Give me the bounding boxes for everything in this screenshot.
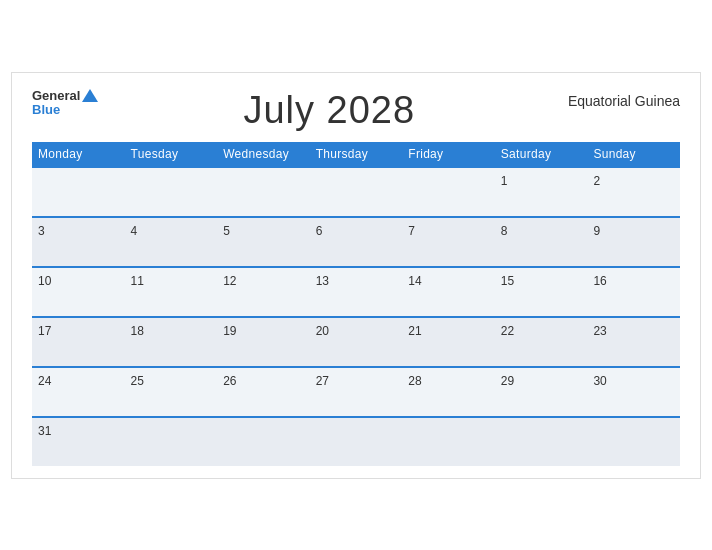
calendar-day-cell: 10 [32, 267, 125, 317]
header-thursday: Thursday [310, 142, 403, 167]
calendar-week-row: 10111213141516 [32, 267, 680, 317]
calendar-day-cell: 16 [587, 267, 680, 317]
calendar-day-cell: 18 [125, 317, 218, 367]
logo-blue-text: Blue [32, 103, 60, 117]
calendar-day-cell [217, 167, 310, 217]
calendar-day-cell: 27 [310, 367, 403, 417]
calendar-day-cell: 20 [310, 317, 403, 367]
calendar-day-cell [310, 417, 403, 466]
calendar-day-cell [402, 417, 495, 466]
calendar-day-cell: 12 [217, 267, 310, 317]
calendar-day-cell: 6 [310, 217, 403, 267]
calendar-day-cell [32, 167, 125, 217]
calendar-day-cell: 14 [402, 267, 495, 317]
calendar-day-cell: 25 [125, 367, 218, 417]
header-tuesday: Tuesday [125, 142, 218, 167]
calendar-day-cell: 4 [125, 217, 218, 267]
calendar-day-cell: 24 [32, 367, 125, 417]
calendar-day-cell: 19 [217, 317, 310, 367]
calendar-day-cell [217, 417, 310, 466]
calendar-week-row: 12 [32, 167, 680, 217]
calendar-day-cell: 26 [217, 367, 310, 417]
calendar-week-row: 3456789 [32, 217, 680, 267]
header-friday: Friday [402, 142, 495, 167]
calendar-day-cell: 17 [32, 317, 125, 367]
calendar-week-row: 31 [32, 417, 680, 466]
calendar-day-cell: 22 [495, 317, 588, 367]
logo-triangle-icon [82, 89, 98, 102]
calendar-day-cell [402, 167, 495, 217]
calendar-day-cell: 31 [32, 417, 125, 466]
calendar-day-cell [495, 417, 588, 466]
calendar-day-cell: 29 [495, 367, 588, 417]
calendar-day-cell: 2 [587, 167, 680, 217]
calendar-day-cell: 11 [125, 267, 218, 317]
calendar-week-row: 17181920212223 [32, 317, 680, 367]
calendar-day-cell [125, 417, 218, 466]
logo-general-text: General [32, 89, 80, 103]
calendar: General Blue July 2028 Equatorial Guinea… [11, 72, 701, 479]
calendar-day-cell: 9 [587, 217, 680, 267]
calendar-day-cell [310, 167, 403, 217]
calendar-day-cell: 13 [310, 267, 403, 317]
calendar-table: Monday Tuesday Wednesday Thursday Friday… [32, 142, 680, 466]
header-wednesday: Wednesday [217, 142, 310, 167]
month-title: July 2028 [98, 89, 560, 132]
calendar-day-cell: 1 [495, 167, 588, 217]
calendar-day-cell: 8 [495, 217, 588, 267]
calendar-header: General Blue July 2028 Equatorial Guinea [32, 89, 680, 132]
calendar-day-cell: 7 [402, 217, 495, 267]
header-monday: Monday [32, 142, 125, 167]
header-sunday: Sunday [587, 142, 680, 167]
calendar-day-cell: 28 [402, 367, 495, 417]
logo: General Blue [32, 89, 98, 118]
calendar-day-cell: 3 [32, 217, 125, 267]
header-saturday: Saturday [495, 142, 588, 167]
calendar-day-cell: 21 [402, 317, 495, 367]
country-name: Equatorial Guinea [560, 89, 680, 109]
calendar-day-cell [125, 167, 218, 217]
calendar-day-cell: 23 [587, 317, 680, 367]
weekday-header-row: Monday Tuesday Wednesday Thursday Friday… [32, 142, 680, 167]
calendar-day-cell: 15 [495, 267, 588, 317]
calendar-week-row: 24252627282930 [32, 367, 680, 417]
calendar-day-cell: 5 [217, 217, 310, 267]
calendar-day-cell [587, 417, 680, 466]
calendar-day-cell: 30 [587, 367, 680, 417]
